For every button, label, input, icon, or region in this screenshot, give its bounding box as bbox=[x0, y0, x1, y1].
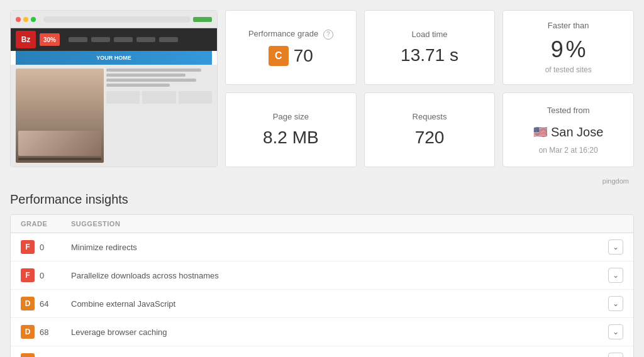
site-logo: Bz bbox=[16, 31, 36, 48]
site-text-block bbox=[106, 69, 212, 163]
top-section: Bz 30% YOUR HOME bbox=[10, 10, 634, 167]
insight-grade-cell: D 68 bbox=[21, 325, 71, 339]
insight-grade-badge: D bbox=[21, 297, 35, 310]
performance-grade-label: Performance grade ? bbox=[248, 29, 333, 40]
tested-from-city: San Jose bbox=[551, 125, 603, 140]
load-time-label: Load time bbox=[411, 30, 447, 39]
insights-table-header: Grade Suggestion bbox=[11, 215, 633, 233]
insight-suggestion: Parallelize downloads across hostnames bbox=[71, 271, 598, 280]
load-time-value: 13.71 s bbox=[401, 45, 458, 65]
table-row: D 64 Combine external JavaScript ⌄ bbox=[11, 290, 633, 318]
insight-grade-cell: D 64 bbox=[21, 297, 71, 310]
grade-number: 70 bbox=[294, 46, 313, 66]
faster-than-label: Faster than bbox=[548, 21, 589, 30]
text-line bbox=[106, 84, 170, 87]
people-image bbox=[16, 69, 104, 163]
insight-grade-cell: F 0 bbox=[21, 268, 71, 282]
col-grade-header: Grade bbox=[21, 220, 71, 228]
page-size-card: Page size 8.2 MB bbox=[225, 92, 357, 167]
expand-button[interactable]: ⌄ bbox=[608, 268, 623, 283]
content-area bbox=[11, 65, 217, 167]
expand-button[interactable]: ⌄ bbox=[608, 296, 623, 311]
insight-score: 64 bbox=[40, 299, 48, 309]
insight-score: 0 bbox=[40, 243, 44, 252]
table-row: C 77 Minimize DNS lookups ⌄ bbox=[11, 346, 633, 357]
insight-score: 0 bbox=[40, 271, 44, 280]
insight-suggestion: Leverage browser caching bbox=[71, 327, 598, 337]
insight-grade-cell: C 77 bbox=[21, 353, 71, 357]
insights-title: Performance insights bbox=[10, 192, 634, 207]
expand-cell: ⌄ bbox=[598, 324, 623, 339]
performance-grade-value: C 70 bbox=[269, 46, 313, 66]
bottom-col bbox=[106, 91, 140, 104]
expand-button[interactable]: ⌄ bbox=[608, 324, 623, 339]
help-icon[interactable]: ? bbox=[323, 30, 333, 40]
text-line bbox=[106, 74, 186, 77]
performance-grade-card: Performance grade ? C 70 bbox=[225, 10, 357, 85]
insight-grade-badge: D bbox=[21, 325, 35, 339]
expand-button[interactable]: ⌄ bbox=[608, 353, 623, 357]
metrics-grid: Performance grade ? C 70 Load time 13.71… bbox=[225, 10, 634, 167]
insight-suggestion: Combine external JavaScript bbox=[71, 299, 598, 309]
site-banner: YOUR HOME bbox=[16, 51, 212, 65]
tested-from-label: Tested from bbox=[547, 106, 590, 115]
faster-than-unit: % bbox=[566, 36, 586, 62]
text-line bbox=[106, 69, 201, 72]
browser-dot-yellow bbox=[23, 17, 28, 22]
load-time-card: Load time 13.71 s bbox=[364, 10, 496, 85]
expand-button[interactable]: ⌄ bbox=[608, 239, 623, 255]
browser-dot-red bbox=[16, 17, 21, 22]
flag-icon: 🇺🇸 bbox=[533, 125, 547, 139]
table-row: F 0 Parallelize downloads across hostnam… bbox=[11, 261, 633, 290]
address-bar bbox=[43, 16, 191, 23]
faster-than-value-wrapper: 9 % bbox=[551, 36, 586, 63]
table-row: F 0 Minimize redirects ⌄ bbox=[11, 233, 633, 261]
expand-cell: ⌄ bbox=[598, 239, 623, 255]
col-expand-header bbox=[598, 220, 623, 228]
insights-table: Grade Suggestion F 0 Minimize redirects … bbox=[10, 214, 634, 357]
main-container: Bz 30% YOUR HOME bbox=[0, 0, 644, 357]
insight-score: 68 bbox=[40, 327, 48, 337]
nav-item bbox=[91, 37, 110, 42]
bottom-col bbox=[179, 91, 212, 104]
caption-line bbox=[18, 158, 101, 160]
audit-badge bbox=[193, 17, 212, 22]
banner-text: YOUR HOME bbox=[96, 55, 131, 61]
expand-cell: ⌄ bbox=[598, 296, 623, 311]
page-size-label: Page size bbox=[273, 112, 309, 121]
site-nav: Bz 30% bbox=[11, 28, 217, 51]
nav-item bbox=[114, 37, 133, 42]
insights-rows: F 0 Minimize redirects ⌄ F 0 Parallelize… bbox=[11, 233, 633, 357]
expand-cell: ⌄ bbox=[598, 268, 623, 283]
faster-than-card: Faster than 9 % of tested sites bbox=[502, 10, 634, 85]
insight-grade-badge: C bbox=[21, 353, 35, 357]
text-line bbox=[106, 79, 196, 82]
requests-card: Requests 720 bbox=[364, 92, 496, 167]
nav-item bbox=[69, 37, 87, 42]
col-suggestion-header: Suggestion bbox=[71, 220, 598, 228]
grade-badge-c: C bbox=[269, 46, 289, 66]
requests-value: 720 bbox=[415, 128, 445, 148]
faster-than-number: 9 bbox=[551, 36, 564, 62]
site-preview: Bz 30% YOUR HOME bbox=[11, 11, 217, 167]
tested-from-location: 🇺🇸 San Jose bbox=[533, 125, 603, 140]
nav-item bbox=[159, 37, 178, 42]
requests-label: Requests bbox=[413, 112, 447, 121]
insight-grade-badge: F bbox=[21, 268, 35, 282]
insights-section: Performance insights Grade Suggestion F … bbox=[10, 192, 634, 357]
person-silhouette bbox=[18, 131, 101, 156]
insight-suggestion: Minimize redirects bbox=[71, 243, 598, 252]
nav-item bbox=[136, 37, 155, 42]
tested-from-date: on Mar 2 at 16:20 bbox=[539, 146, 598, 155]
screenshot-card: Bz 30% YOUR HOME bbox=[10, 10, 218, 167]
pingdom-credit: pingdom bbox=[10, 175, 634, 187]
insight-grade-cell: F 0 bbox=[21, 240, 71, 254]
bottom-cols bbox=[106, 91, 212, 104]
browser-chrome bbox=[11, 11, 217, 28]
bottom-col bbox=[142, 91, 175, 104]
nav-items bbox=[69, 37, 178, 42]
faster-than-sub: of tested sites bbox=[545, 65, 592, 74]
table-row: D 68 Leverage browser caching ⌄ bbox=[11, 318, 633, 346]
insight-grade-badge: F bbox=[21, 240, 35, 254]
expand-cell: ⌄ bbox=[598, 353, 623, 357]
